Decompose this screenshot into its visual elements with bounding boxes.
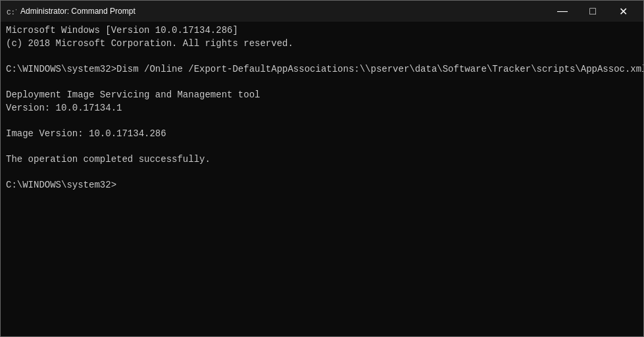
console-line: (c) 2018 Microsoft Corporation. All righ…	[6, 38, 638, 51]
console-line: Deployment Image Servicing and Managemen…	[6, 89, 638, 102]
console-line	[6, 115, 638, 128]
close-button[interactable]: ✕	[608, 1, 638, 22]
console-line: Version: 10.0.17134.1	[6, 102, 638, 115]
console-output[interactable]: Microsoft Windows [Version 10.0.17134.28…	[1, 22, 643, 336]
console-line	[6, 167, 638, 180]
cmd-icon: C:\	[6, 6, 16, 16]
console-line	[6, 140, 638, 153]
window-controls: — □ ✕	[547, 1, 638, 22]
minimize-button[interactable]: —	[547, 1, 578, 22]
console-line	[6, 76, 638, 89]
console-line	[6, 50, 638, 63]
window-title: Administrator: Command Prompt	[20, 7, 547, 16]
cmd-window: C:\ Administrator: Command Prompt — □ ✕ …	[0, 0, 644, 337]
title-bar: C:\ Administrator: Command Prompt — □ ✕	[1, 1, 643, 22]
console-line: The operation completed successfully.	[6, 153, 638, 167]
console-line: Image Version: 10.0.17134.286	[6, 128, 638, 141]
console-line: C:\WINDOWS\system32>Dism /Online /Export…	[6, 63, 638, 76]
console-line: Microsoft Windows [Version 10.0.17134.28…	[6, 24, 638, 38]
console-line: C:\WINDOWS\system32>	[6, 179, 638, 192]
svg-text:C:\: C:\	[7, 9, 16, 16]
maximize-button[interactable]: □	[578, 1, 608, 22]
